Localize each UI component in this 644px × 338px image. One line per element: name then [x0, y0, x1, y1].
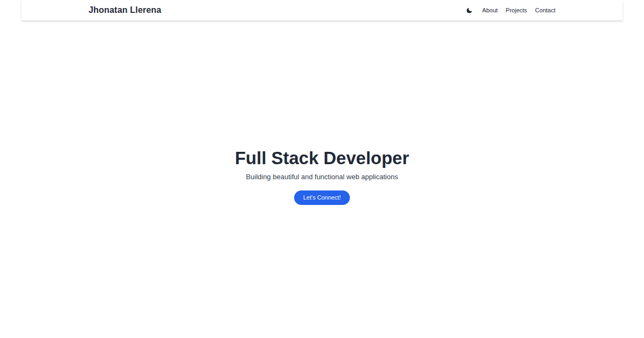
- hero-subtitle: Building beautiful and functional web ap…: [246, 173, 398, 181]
- brand-name[interactable]: Jhonatan Llerena: [89, 5, 162, 15]
- hero-section: Full Stack Developer Building beautiful …: [0, 20, 644, 338]
- moon-icon: [466, 7, 473, 14]
- nav-link-contact[interactable]: Contact: [535, 7, 555, 13]
- nav-link-projects[interactable]: Projects: [506, 7, 527, 13]
- main-nav: About Projects Contact: [466, 7, 555, 14]
- header-inner: Jhonatan Llerena About Projects Contact: [89, 0, 555, 20]
- page: Jhonatan Llerena About Projects Contact …: [0, 0, 644, 338]
- nav-link-about[interactable]: About: [482, 7, 498, 13]
- site-header: Jhonatan Llerena About Projects Contact: [21, 0, 623, 20]
- theme-toggle-button[interactable]: [466, 7, 473, 14]
- lets-connect-button[interactable]: Let's Connect!: [294, 190, 350, 205]
- hero-title: Full Stack Developer: [235, 148, 409, 168]
